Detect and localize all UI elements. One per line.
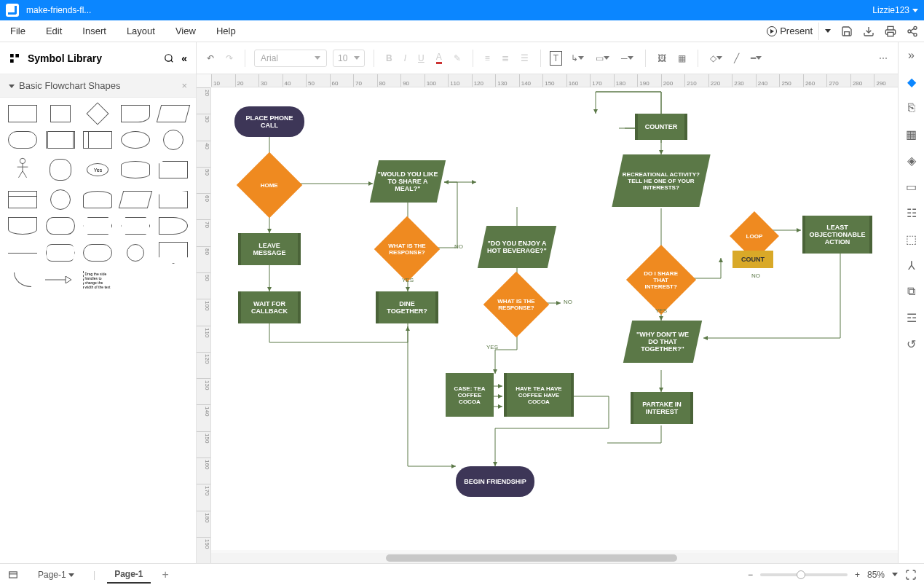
history-icon[interactable]: ↺ [904, 337, 919, 351]
more-button[interactable]: ⋯ [876, 50, 891, 66]
zoom-in-button[interactable]: + [855, 570, 860, 580]
save-icon[interactable] [841, 25, 853, 37]
shape-stadium[interactable] [46, 244, 75, 262]
shape-input[interactable] [119, 191, 152, 208]
menu-edit[interactable]: Edit [46, 25, 62, 36]
shape-line[interactable] [8, 253, 37, 254]
node-place-call[interactable]: PLACE PHONE CALL [234, 106, 304, 137]
shape-cylinder[interactable] [83, 191, 112, 208]
shape-card[interactable] [159, 161, 188, 178]
text-tool-button[interactable]: T [550, 51, 562, 66]
shape-manual[interactable] [159, 191, 188, 208]
shape-hexagon[interactable] [83, 217, 112, 235]
font-size-select[interactable]: 10 [333, 50, 365, 67]
shapes-section-header[interactable]: Basic Flowchart Shapes × [0, 74, 196, 98]
node-least-action[interactable]: LEAST OBJECTIONABLE ACTION [802, 216, 872, 254]
italic-button[interactable]: I [401, 50, 409, 66]
node-response-2[interactable]: WHAT IS THE RESPONSE? [483, 272, 550, 338]
layers-icon[interactable]: ◈ [904, 153, 919, 168]
shape-ellipse[interactable] [121, 131, 150, 149]
sitemap-icon[interactable]: ⅄ [904, 258, 919, 272]
collapse-icon[interactable]: « [181, 52, 187, 64]
node-wait-callback[interactable]: WAIT FOR CALLBACK [238, 291, 301, 323]
tasks-icon[interactable]: ☲ [904, 310, 919, 325]
shape-annotation[interactable]: Drag the side handles to change the widt… [83, 271, 112, 288]
shape-pentagon[interactable] [159, 242, 188, 264]
node-why-not[interactable]: "WHY DON'T WE DO THAT TOGETHER?" [623, 321, 702, 363]
node-share-meal[interactable]: "WOULD YOU LIKE TO SHARE A MEAL?" [370, 160, 446, 203]
menu-file[interactable]: File [10, 25, 25, 36]
horizontal-scrollbar[interactable] [211, 553, 898, 563]
zoom-slider[interactable] [760, 573, 848, 576]
shape-actor[interactable] [7, 157, 38, 182]
menu-layout[interactable]: Layout [127, 25, 155, 36]
share-icon[interactable] [907, 25, 918, 37]
picture-icon[interactable]: ⬚ [904, 232, 919, 246]
highlight-button[interactable]: ✎ [451, 50, 464, 66]
grid-icon[interactable]: ▦ [904, 127, 919, 141]
shape-blob[interactable] [50, 159, 71, 181]
shape-predefined[interactable] [46, 131, 75, 149]
shape-rectangle[interactable] [8, 105, 37, 122]
shape-arc[interactable] [14, 272, 31, 287]
menu-insert[interactable]: Insert [82, 25, 106, 36]
node-counter[interactable]: COUNTER [635, 114, 687, 140]
print-icon[interactable] [885, 25, 896, 37]
node-hot-beverage[interactable]: "DO YOU ENJOY A HOT BEVERAGE?" [478, 226, 556, 268]
pages-icon[interactable] [7, 570, 19, 580]
shape-outline-button[interactable]: ▭ [593, 50, 612, 66]
zoom-value[interactable]: 85% [867, 570, 885, 580]
fullscreen-icon[interactable] [905, 569, 917, 581]
node-response-1[interactable]: WHAT IS THE RESPONSE? [374, 216, 441, 283]
shape-internal-storage[interactable] [83, 131, 112, 149]
shape-document[interactable] [121, 105, 150, 122]
align-v-button[interactable]: ≣ [499, 50, 512, 66]
node-count[interactable]: COUNT [733, 251, 773, 268]
node-home[interactable]: HOME [237, 152, 303, 219]
node-partake[interactable]: PARTAKE IN INTEREST [631, 392, 693, 424]
undo-button[interactable]: ↶ [204, 50, 217, 66]
shape-wave[interactable] [46, 217, 75, 235]
canvas[interactable]: PLACE PHONE CALL HOME LEAVE MESSAGE WAIT… [211, 87, 898, 550]
theme-icon[interactable]: ◆ [904, 74, 919, 89]
line-style-button[interactable]: ─ [618, 50, 636, 66]
shape-off-page[interactable] [127, 244, 144, 262]
search-icon[interactable] [164, 53, 174, 63]
page-tab[interactable]: Page-1 [107, 566, 150, 584]
shape-database[interactable] [121, 161, 150, 178]
shape-square[interactable] [50, 105, 71, 122]
shape-pill[interactable] [83, 244, 112, 262]
shape-oval-small[interactable]: Yes [87, 163, 108, 176]
fill-button[interactable]: ◇ [707, 50, 725, 66]
image-button[interactable]: 🖼 [655, 50, 669, 66]
shape-preparation[interactable] [121, 217, 150, 235]
list-button[interactable]: ☰ [518, 50, 532, 66]
node-share-interest[interactable]: DO I SHARE THAT INTEREST? [626, 245, 696, 315]
line-end-button[interactable]: ━ [748, 50, 765, 66]
node-dine[interactable]: DINE TOGETHER? [376, 291, 438, 323]
table-button[interactable]: ▦ [675, 50, 689, 66]
add-page-button[interactable]: + [162, 568, 169, 581]
menu-view[interactable]: View [175, 25, 196, 36]
connector-button[interactable]: ↳ [568, 50, 587, 66]
export-icon[interactable]: ⎘ [904, 101, 919, 115]
shape-circle[interactable] [163, 130, 183, 150]
node-recreational[interactable]: RECREATIONAL ACTIVITY? TELL HE ONE OF YO… [612, 154, 710, 207]
page-selector[interactable]: Page-1 [31, 567, 82, 583]
slideshow-icon[interactable]: ▭ [904, 179, 919, 194]
user-menu[interactable]: Lizzie123 [872, 5, 918, 15]
redo-button[interactable]: ↷ [223, 50, 236, 66]
download-icon[interactable] [863, 25, 874, 37]
shape-terminator[interactable] [8, 131, 37, 149]
align-h-button[interactable]: ≡ [482, 50, 493, 66]
close-icon[interactable]: × [181, 80, 187, 91]
shape-arrow[interactable] [45, 271, 76, 288]
shape-display[interactable] [159, 217, 188, 235]
shape-connector[interactable] [50, 189, 71, 210]
shape-subroutine[interactable] [8, 191, 37, 208]
data-icon[interactable]: ☷ [904, 205, 919, 220]
font-color-button[interactable]: A [433, 49, 445, 67]
underline-button[interactable]: U [415, 50, 427, 66]
zoom-out-button[interactable]: − [748, 570, 753, 580]
copy-icon[interactable]: ⧉ [904, 284, 919, 299]
